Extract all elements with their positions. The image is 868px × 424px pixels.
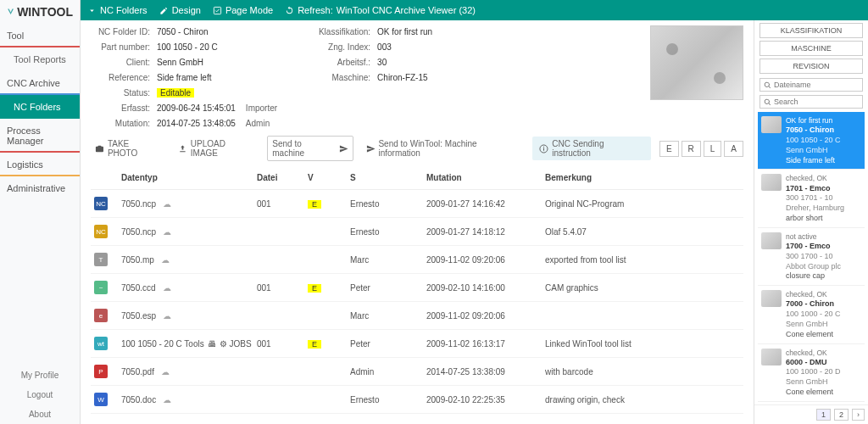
- topbar-refresh[interactable]: Refresh: WinTool CNC Archive Viewer (32): [285, 5, 476, 15]
- table-row[interactable]: W7050.doc☁Ernesto2009-02-10 22:25:35draw…: [91, 386, 743, 414]
- sidebar: WINTOOL ToolTool ReportsCNC ArchiveNC Fo…: [0, 0, 81, 424]
- table-row[interactable]: wt100 1050 - 20 C Tools 🖶 ⚙ JOBS001EPete…: [91, 330, 743, 358]
- folder-details: NC Folder ID:7050 - ChironPart number:10…: [91, 25, 743, 129]
- file-table: Datentyp Datei V S Mutation Bemerkung NC…: [91, 166, 743, 424]
- detail-row: Klassifikation:OK for first run: [311, 25, 432, 37]
- sidebar-item[interactable]: Tool Reports: [0, 47, 80, 71]
- folder-card[interactable]: checked, OK1701 - Emco300 1701 - 10Drehe…: [758, 170, 865, 227]
- send-icon: [339, 144, 348, 153]
- table-row[interactable]: T7050.mp☁Marc2009-11-02 09:20:06exported…: [91, 246, 743, 274]
- letter-button-L[interactable]: L: [704, 141, 722, 157]
- print-icon[interactable]: 🖶: [208, 339, 216, 349]
- detail-row: NC Folder ID:7050 - Chiron: [91, 25, 277, 37]
- cloud-icon: ☁: [163, 395, 171, 404]
- detail-row: Erfasst:2009-06-24 15:45:01Importer: [91, 102, 277, 114]
- send-to-machine-button[interactable]: Send to machine: [267, 136, 353, 161]
- card-thumbnail: [761, 349, 782, 365]
- letter-button-R[interactable]: R: [682, 141, 701, 157]
- folder-card[interactable]: checked, OK6000 - DMU100 1000 - 20 DSenn…: [758, 344, 865, 402]
- action-bar: TAKE PHOTO UPLOAD IMAGE Send to machine …: [91, 136, 743, 161]
- refresh-icon: [285, 6, 294, 15]
- search-input[interactable]: [774, 98, 859, 106]
- table-row[interactable]: e7050.esp☁Marc2009-11-02 09:20:06: [91, 302, 743, 330]
- checkbox-icon: [213, 6, 222, 15]
- detail-row: Reference:Side frame left: [91, 71, 277, 83]
- sidebar-item[interactable]: Logistics: [0, 153, 80, 176]
- cnc-instruction-button[interactable]: CNC Sending instruction: [532, 137, 650, 160]
- page-2[interactable]: 2: [834, 409, 849, 421]
- sidebar-item[interactable]: CNC Archive: [0, 71, 80, 95]
- sidebar-bottom-item[interactable]: Logout: [0, 385, 80, 404]
- card-thumbnail: [761, 116, 782, 133]
- send-icon: [366, 144, 376, 153]
- cloud-icon: ☁: [163, 283, 171, 293]
- sidebar-item[interactable]: NC Folders: [0, 95, 80, 119]
- logo: WINTOOL: [0, 0, 80, 24]
- topbar-design[interactable]: Design: [159, 5, 201, 15]
- file-type-icon: ~: [94, 281, 108, 294]
- file-type-icon: NC: [94, 225, 108, 238]
- folder-card[interactable]: checked, OK7000 - Chiron100 1000 - 20 CS…: [758, 286, 865, 343]
- send-to-wintool-button[interactable]: Send to WinTool: Machine information: [362, 137, 525, 160]
- page-next[interactable]: ›: [852, 409, 865, 421]
- detail-row: Mutation:2014-07-25 13:48:05Admin: [91, 117, 277, 129]
- filter-button[interactable]: REVISION: [760, 59, 863, 74]
- cloud-icon: ☁: [163, 311, 171, 321]
- cloud-icon: ☁: [163, 227, 171, 237]
- topbar-nc-folders[interactable]: NC Folders: [87, 5, 147, 15]
- table-row[interactable]: ~7050.ccd☁001EPeter2009-02-10 14:16:00CA…: [91, 274, 743, 302]
- filename-search[interactable]: [760, 78, 863, 92]
- card-thumbnail: [761, 174, 782, 191]
- info-icon: [539, 144, 548, 153]
- table-row[interactable]: NC7050.ncp☁001EErnesto2009-01-27 14:16:4…: [91, 190, 743, 218]
- cloud-icon: ☁: [163, 199, 171, 209]
- table-row[interactable]: NC7050.ncp☁Ernesto2009-01-27 14:18:12Ola…: [91, 218, 743, 246]
- sidebar-bottom-item[interactable]: About: [0, 404, 80, 424]
- pencil-icon: [159, 6, 169, 15]
- right-panel: KLASSIFIKATIONMASCHINEREVISION OK for fi…: [754, 20, 868, 424]
- filter-button[interactable]: MASCHINE: [760, 41, 863, 56]
- file-type-icon: wt: [94, 337, 108, 350]
- jobs-button[interactable]: ⚙ JOBS: [220, 339, 252, 349]
- search-icon: [764, 98, 771, 106]
- sidebar-item[interactable]: Administrative: [0, 176, 80, 198]
- letter-button-E[interactable]: E: [659, 141, 679, 157]
- topbar-pagemode[interactable]: Page Mode: [213, 5, 273, 15]
- filter-button[interactable]: KLASSIFIKATION: [760, 23, 863, 38]
- folder-card[interactable]: not active1700 - Emco300 1700 - 10Abbot …: [758, 228, 865, 286]
- sidebar-item[interactable]: Tool: [0, 24, 80, 47]
- file-type-icon: W: [94, 393, 108, 406]
- card-thumbnail: [761, 232, 782, 249]
- detail-row: Part number:100 1050 - 20 C: [91, 41, 277, 53]
- detail-row: Status:Editable: [91, 86, 277, 98]
- letter-button-A[interactable]: A: [724, 141, 743, 157]
- logo-icon: [7, 6, 14, 18]
- page-1[interactable]: 1: [816, 409, 831, 421]
- chevron-down-icon: [87, 6, 97, 15]
- topbar: NC Folders Design Page Mode Refresh: Win…: [81, 0, 868, 20]
- preview-image: [650, 25, 743, 100]
- detail-row: Zng. Index:003: [311, 41, 432, 53]
- detail-row: Client:Senn GmbH: [91, 56, 277, 68]
- file-type-icon: P: [94, 365, 108, 378]
- upload-icon: [178, 144, 187, 153]
- detail-row: Maschine:Chiron-FZ-15: [311, 71, 432, 83]
- sidebar-item[interactable]: Process Manager: [0, 119, 80, 153]
- sidebar-bottom-item[interactable]: My Profile: [0, 365, 80, 385]
- pager: 1 2 ›: [754, 404, 868, 424]
- search-icon: [764, 81, 771, 89]
- cloud-icon: ☁: [161, 255, 170, 265]
- table-row[interactable]: P7050.pdf☁Admin2014-07-25 13:38:09with b…: [91, 358, 743, 386]
- filename-input[interactable]: [774, 81, 859, 89]
- search-box[interactable]: [760, 95, 863, 109]
- card-thumbnail: [761, 290, 782, 307]
- file-type-icon: T: [94, 253, 108, 266]
- file-type-icon: e: [94, 309, 108, 322]
- take-photo-button[interactable]: TAKE PHOTO: [91, 137, 165, 160]
- detail-row: Arbeitsf.:30: [311, 56, 432, 68]
- upload-image-button[interactable]: UPLOAD IMAGE: [174, 137, 259, 160]
- table-header: Datentyp Datei V S Mutation Bemerkung: [91, 166, 743, 190]
- camera-icon: [95, 144, 104, 153]
- folder-card[interactable]: OK for first run7050 - Chiron100 1050 - …: [758, 112, 865, 170]
- file-type-icon: NC: [94, 197, 108, 210]
